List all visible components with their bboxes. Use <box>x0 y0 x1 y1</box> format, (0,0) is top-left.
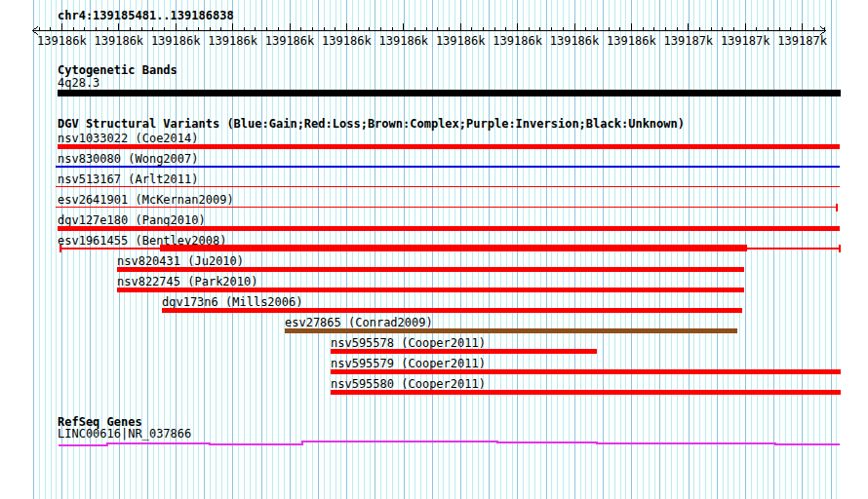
gene-track <box>0 0 868 499</box>
genome-browser-panel: 139186k139186k139186k139186k139186k13918… <box>0 0 868 499</box>
gene-line-LINC00616[interactable] <box>59 441 840 445</box>
